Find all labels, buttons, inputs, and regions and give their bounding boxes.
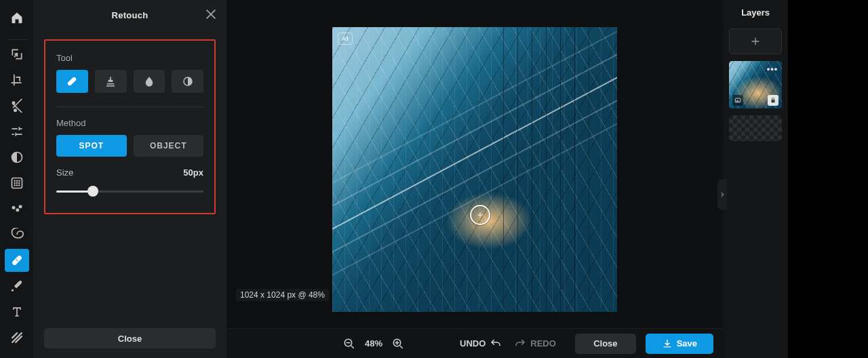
panel-close-footer-button[interactable]: Close [44,328,216,349]
brush-cursor-icon [470,205,490,225]
svg-rect-16 [67,77,77,87]
svg-point-15 [17,260,18,262]
svg-point-4 [14,182,16,184]
svg-point-10 [12,206,15,210]
tool-spiral[interactable] [5,223,29,246]
canvas-area: AI 1024 x 1024 px @ 48% 48% [226,0,723,358]
divider [56,106,203,107]
layer-menu-button[interactable]: ••• [767,64,778,74]
home-button[interactable] [0,4,33,31]
retouch-tool-row [56,70,203,93]
zoom-in-icon [392,338,404,350]
close-button[interactable]: Close [575,334,636,354]
contrast-icon [10,151,24,164]
size-label: Size [56,167,73,178]
panel-header: Retouch [33,0,226,30]
svg-point-9 [18,184,20,186]
save-label: Save [677,338,697,349]
zoom-in-button[interactable] [389,335,407,353]
tool-clone[interactable] [95,70,127,93]
retouch-panel: Retouch Tool Method SPOT OBJECT [33,0,226,358]
size-header: Size 50px [56,167,203,178]
layer-background[interactable] [729,115,783,141]
tool-resize[interactable] [5,43,29,66]
image-icon [734,97,741,104]
svg-point-8 [16,184,18,186]
redo-button[interactable]: REDO [514,338,556,350]
bandage-icon [10,254,24,267]
svg-point-1 [14,180,16,182]
canvas-stage[interactable]: AI 1024 x 1024 px @ 48% [226,0,723,328]
grid-dots-icon [10,176,24,190]
method-object[interactable]: OBJECT [134,135,204,157]
size-slider[interactable] [56,186,203,197]
brush-icon [10,279,24,293]
tool-retouch[interactable] [5,249,29,272]
tool-heal[interactable] [56,70,88,93]
svg-point-7 [14,184,16,186]
empty-right-area [788,0,868,358]
tool-blur[interactable] [134,70,165,93]
tool-elements[interactable] [5,326,29,349]
droplet-icon [143,75,155,87]
slider-thumb[interactable] [87,186,98,197]
svg-point-14 [16,259,17,260]
layer-lock-button[interactable] [768,95,778,106]
save-button[interactable]: Save [646,334,713,354]
bottom-bar: 48% UNDO REDO Close Save [226,328,723,358]
bandage-icon [66,75,78,87]
zoom-level[interactable]: 48% [365,338,382,349]
undo-icon [490,338,502,350]
layer-thumbnail-1[interactable]: ••• [729,61,783,108]
zoom-out-button[interactable] [340,335,358,353]
spiral-icon [10,228,24,241]
redo-label: REDO [530,338,556,349]
crop-icon [10,73,24,87]
tool-liquify[interactable] [5,197,29,220]
plus-icon [750,36,761,47]
tool-adjust[interactable] [5,120,29,143]
svg-rect-20 [735,98,741,102]
tool-text[interactable] [5,300,29,323]
resize-icon [10,47,24,61]
layers-panel: Layers ••• [723,0,789,358]
half-circle-icon [182,75,194,87]
status-dimensions: 1024 x 1024 px @ 48% [236,289,329,301]
method-spot[interactable]: SPOT [56,135,127,157]
history-controls: UNDO REDO [460,338,556,350]
download-icon [662,338,673,349]
stamp-icon [104,75,117,87]
layers-collapse-button[interactable] [717,179,727,210]
svg-point-5 [16,182,18,184]
add-layer-button[interactable] [729,28,783,54]
tool-crop[interactable] [5,68,29,92]
toolstrip-separator [7,39,27,40]
layer-type-icon [732,95,743,106]
sliders-icon [10,125,24,138]
undo-label: UNDO [460,338,486,349]
tool-cutout[interactable] [5,94,29,117]
home-icon [10,11,24,24]
svg-point-12 [18,205,22,208]
layers-title: Layers [723,0,789,24]
text-icon [10,305,24,319]
svg-point-11 [16,208,19,212]
zoom-controls: 48% [340,335,407,353]
svg-rect-13 [11,255,22,266]
tool-dodge-burn[interactable] [172,70,203,93]
left-toolstrip [0,0,33,358]
undo-button[interactable]: UNDO [460,338,502,350]
tool-effect[interactable] [5,172,29,195]
method-label: Method [56,118,203,128]
tool-label: Tool [56,53,203,63]
panel-close-button[interactable] [203,7,218,22]
method-segmented: SPOT OBJECT [56,135,203,157]
lock-icon [770,97,776,104]
tool-draw[interactable] [5,275,29,298]
close-icon [203,7,218,22]
chevron-right-icon [719,191,726,198]
svg-point-3 [18,180,20,182]
zoom-out-icon [343,338,355,350]
canvas-image[interactable]: AI [332,27,617,312]
tool-filter[interactable] [5,146,29,169]
